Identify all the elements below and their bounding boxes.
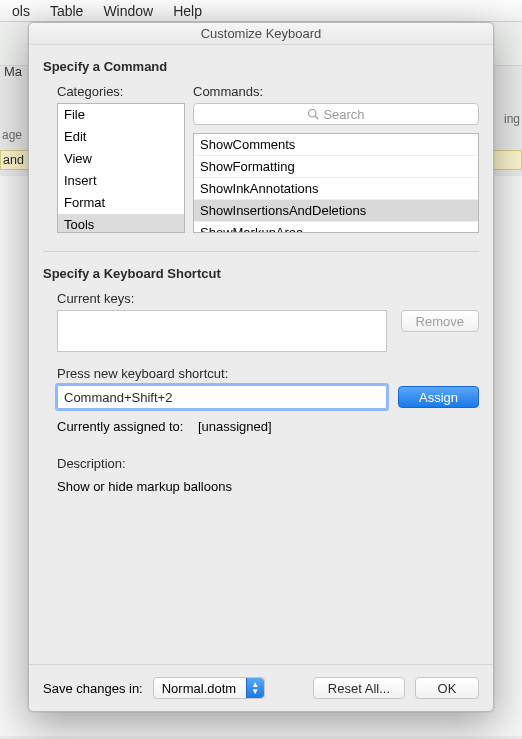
menu-item[interactable]: Help xyxy=(163,3,212,19)
category-item[interactable]: Format xyxy=(58,192,184,214)
background-text: ing xyxy=(504,112,520,126)
search-placeholder: Search xyxy=(323,107,364,122)
commands-search-input[interactable]: Search xyxy=(193,103,479,125)
system-menubar: ols Table Window Help xyxy=(0,0,522,22)
shortcut-input[interactable] xyxy=(57,385,387,409)
command-item[interactable]: ShowInsertionsAndDeletions xyxy=(194,200,478,222)
category-item[interactable]: Tools xyxy=(58,214,184,233)
category-item[interactable]: Insert xyxy=(58,170,184,192)
svg-line-1 xyxy=(316,116,319,119)
customize-keyboard-dialog: Customize Keyboard Specify a Command Cat… xyxy=(28,22,494,712)
category-item[interactable]: File xyxy=(58,104,184,126)
current-keys-box[interactable] xyxy=(57,310,387,352)
categories-label: Categories: xyxy=(57,84,185,99)
commands-listbox[interactable]: ShowCommentsShowFormattingShowInkAnnotat… xyxy=(193,133,479,233)
currently-assigned-value: [unassigned] xyxy=(198,419,272,434)
reset-all-button[interactable]: Reset All... xyxy=(313,677,405,699)
save-changes-label: Save changes in: xyxy=(43,681,143,696)
ok-button[interactable]: OK xyxy=(415,677,479,699)
currently-assigned-label: Currently assigned to: xyxy=(57,419,183,434)
background-text: and I xyxy=(3,153,31,167)
current-keys-label: Current keys: xyxy=(57,291,479,306)
command-item[interactable]: ShowFormatting xyxy=(194,156,478,178)
menu-item[interactable]: Window xyxy=(93,3,163,19)
description-value: Show or hide markup balloons xyxy=(57,479,479,494)
remove-button[interactable]: Remove xyxy=(401,310,479,332)
menu-item[interactable]: ols xyxy=(2,3,40,19)
background-text: Ma xyxy=(4,64,22,79)
dialog-title: Customize Keyboard xyxy=(29,23,493,45)
currently-assigned-row: Currently assigned to: [unassigned] xyxy=(57,419,479,434)
select-stepper-icon: ▲▼ xyxy=(246,678,264,698)
command-item[interactable]: ShowInkAnnotations xyxy=(194,178,478,200)
description-label: Description: xyxy=(57,456,479,471)
category-item[interactable]: Edit xyxy=(58,126,184,148)
assign-button[interactable]: Assign xyxy=(398,386,479,408)
categories-listbox[interactable]: FileEditViewInsertFormatToolsTable xyxy=(57,103,185,233)
section-specify-command: Specify a Command xyxy=(43,59,479,74)
category-item[interactable]: View xyxy=(58,148,184,170)
menu-item[interactable]: Table xyxy=(40,3,93,19)
command-item[interactable]: ShowMarkupArea xyxy=(194,222,478,233)
background-text: age xyxy=(2,128,22,142)
search-icon xyxy=(307,108,319,120)
press-new-label: Press new keyboard shortcut: xyxy=(57,366,479,381)
save-changes-select[interactable]: Normal.dotm ▲▼ xyxy=(153,677,265,699)
save-changes-value: Normal.dotm xyxy=(162,681,236,696)
command-item[interactable]: ShowComments xyxy=(194,134,478,156)
commands-label: Commands: xyxy=(193,84,479,99)
svg-point-0 xyxy=(309,110,317,118)
separator xyxy=(43,251,479,252)
section-specify-shortcut: Specify a Keyboard Shortcut xyxy=(43,266,479,281)
